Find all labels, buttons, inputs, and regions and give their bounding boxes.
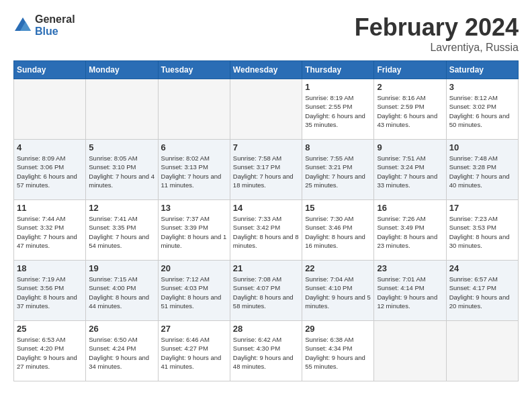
logo-blue-text: Blue bbox=[35, 26, 75, 38]
day-info-6: Sunrise: 8:02 AM Sunset: 3:13 PM Dayligh… bbox=[161, 154, 227, 189]
title-area: February 2024 Lavrentiya, Russia bbox=[355, 13, 519, 54]
day-info-10: Sunrise: 7:48 AM Sunset: 3:28 PM Dayligh… bbox=[449, 154, 515, 189]
header-monday: Monday bbox=[86, 61, 158, 79]
day-number-6: 6 bbox=[161, 142, 227, 152]
day-info-5: Sunrise: 8:05 AM Sunset: 3:10 PM Dayligh… bbox=[89, 154, 154, 189]
day-number-12: 12 bbox=[89, 203, 154, 213]
day-number-3: 3 bbox=[449, 82, 515, 92]
day-info-11: Sunrise: 7:44 AM Sunset: 3:32 PM Dayligh… bbox=[17, 214, 83, 250]
day-23: 23Sunrise: 7:01 AM Sunset: 4:14 PM Dayli… bbox=[374, 261, 446, 321]
day-28: 28Sunrise: 6:42 AM Sunset: 4:30 PM Dayli… bbox=[230, 321, 302, 381]
day-number-28: 28 bbox=[233, 324, 299, 334]
day-number-18: 18 bbox=[17, 263, 83, 273]
day-info-26: Sunrise: 6:50 AM Sunset: 4:24 PM Dayligh… bbox=[89, 335, 154, 371]
day-18: 18Sunrise: 7:19 AM Sunset: 3:56 PM Dayli… bbox=[14, 261, 86, 321]
day-info-18: Sunrise: 7:19 AM Sunset: 3:56 PM Dayligh… bbox=[17, 275, 83, 310]
day-number-26: 26 bbox=[89, 324, 154, 334]
logo-text: General Blue bbox=[35, 13, 75, 37]
day-info-27: Sunrise: 6:46 AM Sunset: 4:27 PM Dayligh… bbox=[161, 335, 227, 371]
empty-cell-w0-d3 bbox=[230, 79, 302, 140]
day-number-5: 5 bbox=[89, 142, 154, 152]
day-number-29: 29 bbox=[305, 324, 371, 334]
day-number-21: 21 bbox=[233, 263, 299, 273]
day-info-20: Sunrise: 7:12 AM Sunset: 4:03 PM Dayligh… bbox=[161, 275, 227, 310]
logo-icon bbox=[13, 16, 32, 35]
day-number-17: 17 bbox=[449, 203, 515, 213]
day-info-14: Sunrise: 7:33 AM Sunset: 3:42 PM Dayligh… bbox=[233, 214, 299, 250]
day-info-17: Sunrise: 7:23 AM Sunset: 3:53 PM Dayligh… bbox=[449, 214, 515, 250]
day-info-2: Sunrise: 8:16 AM Sunset: 2:59 PM Dayligh… bbox=[377, 93, 443, 129]
week-row-2: 4Sunrise: 8:09 AM Sunset: 3:06 PM Daylig… bbox=[14, 140, 519, 200]
day-info-4: Sunrise: 8:09 AM Sunset: 3:06 PM Dayligh… bbox=[17, 154, 83, 189]
day-24: 24Sunrise: 6:57 AM Sunset: 4:17 PM Dayli… bbox=[446, 261, 518, 321]
day-info-8: Sunrise: 7:55 AM Sunset: 3:21 PM Dayligh… bbox=[305, 154, 371, 189]
location-title: Lavrentiya, Russia bbox=[355, 42, 519, 54]
header-saturday: Saturday bbox=[446, 61, 518, 79]
day-number-9: 9 bbox=[377, 142, 443, 152]
day-number-27: 27 bbox=[161, 324, 227, 334]
day-number-8: 8 bbox=[305, 142, 371, 152]
day-info-25: Sunrise: 6:53 AM Sunset: 4:20 PM Dayligh… bbox=[17, 335, 83, 371]
day-number-23: 23 bbox=[377, 263, 443, 273]
day-number-10: 10 bbox=[449, 142, 515, 152]
day-15: 15Sunrise: 7:30 AM Sunset: 3:46 PM Dayli… bbox=[302, 200, 374, 261]
day-8: 8Sunrise: 7:55 AM Sunset: 3:21 PM Daylig… bbox=[302, 140, 374, 200]
week-row-4: 18Sunrise: 7:19 AM Sunset: 3:56 PM Dayli… bbox=[14, 261, 519, 321]
logo-general-text: General bbox=[35, 13, 75, 26]
day-10: 10Sunrise: 7:48 AM Sunset: 3:28 PM Dayli… bbox=[446, 140, 518, 200]
day-info-13: Sunrise: 7:37 AM Sunset: 3:39 PM Dayligh… bbox=[161, 214, 227, 250]
day-number-1: 1 bbox=[305, 82, 371, 92]
day-12: 12Sunrise: 7:41 AM Sunset: 3:35 PM Dayli… bbox=[86, 200, 158, 261]
day-info-28: Sunrise: 6:42 AM Sunset: 4:30 PM Dayligh… bbox=[233, 335, 299, 371]
day-22: 22Sunrise: 7:04 AM Sunset: 4:10 PM Dayli… bbox=[302, 261, 374, 321]
day-info-16: Sunrise: 7:26 AM Sunset: 3:49 PM Dayligh… bbox=[377, 214, 443, 250]
header-thursday: Thursday bbox=[302, 61, 374, 79]
header: General Blue February 2024 Lavrentiya, R… bbox=[13, 13, 519, 54]
day-25: 25Sunrise: 6:53 AM Sunset: 4:20 PM Dayli… bbox=[14, 321, 86, 381]
day-3: 3Sunrise: 8:12 AM Sunset: 3:02 PM Daylig… bbox=[446, 79, 518, 140]
day-info-23: Sunrise: 7:01 AM Sunset: 4:14 PM Dayligh… bbox=[377, 275, 443, 310]
day-info-12: Sunrise: 7:41 AM Sunset: 3:35 PM Dayligh… bbox=[89, 214, 154, 250]
day-17: 17Sunrise: 7:23 AM Sunset: 3:53 PM Dayli… bbox=[446, 200, 518, 261]
day-info-1: Sunrise: 8:19 AM Sunset: 2:55 PM Dayligh… bbox=[305, 93, 371, 129]
header-tuesday: Tuesday bbox=[158, 61, 230, 79]
day-info-3: Sunrise: 8:12 AM Sunset: 3:02 PM Dayligh… bbox=[449, 93, 515, 129]
logo: General Blue bbox=[13, 13, 75, 37]
calendar-header-row: SundayMondayTuesdayWednesdayThursdayFrid… bbox=[14, 61, 519, 79]
day-number-20: 20 bbox=[161, 263, 227, 273]
day-number-4: 4 bbox=[17, 142, 83, 152]
day-number-13: 13 bbox=[161, 203, 227, 213]
day-20: 20Sunrise: 7:12 AM Sunset: 4:03 PM Dayli… bbox=[158, 261, 230, 321]
day-info-22: Sunrise: 7:04 AM Sunset: 4:10 PM Dayligh… bbox=[305, 275, 371, 310]
day-number-19: 19 bbox=[89, 263, 154, 273]
day-info-19: Sunrise: 7:15 AM Sunset: 4:00 PM Dayligh… bbox=[89, 275, 154, 310]
day-number-7: 7 bbox=[233, 142, 299, 152]
day-number-15: 15 bbox=[305, 203, 371, 213]
day-29: 29Sunrise: 6:38 AM Sunset: 4:34 PM Dayli… bbox=[302, 321, 374, 381]
week-row-3: 11Sunrise: 7:44 AM Sunset: 3:32 PM Dayli… bbox=[14, 200, 519, 261]
day-9: 9Sunrise: 7:51 AM Sunset: 3:24 PM Daylig… bbox=[374, 140, 446, 200]
day-19: 19Sunrise: 7:15 AM Sunset: 4:00 PM Dayli… bbox=[86, 261, 158, 321]
day-info-7: Sunrise: 7:58 AM Sunset: 3:17 PM Dayligh… bbox=[233, 154, 299, 189]
empty-cell-w0-d1 bbox=[86, 79, 158, 140]
header-wednesday: Wednesday bbox=[230, 61, 302, 79]
day-number-24: 24 bbox=[449, 263, 515, 273]
day-info-15: Sunrise: 7:30 AM Sunset: 3:46 PM Dayligh… bbox=[305, 214, 371, 250]
day-26: 26Sunrise: 6:50 AM Sunset: 4:24 PM Dayli… bbox=[86, 321, 158, 381]
empty-cell-w4-d6 bbox=[446, 321, 518, 381]
day-info-9: Sunrise: 7:51 AM Sunset: 3:24 PM Dayligh… bbox=[377, 154, 443, 189]
day-11: 11Sunrise: 7:44 AM Sunset: 3:32 PM Dayli… bbox=[14, 200, 86, 261]
header-sunday: Sunday bbox=[14, 61, 86, 79]
day-number-22: 22 bbox=[305, 263, 371, 273]
empty-cell-w0-d0 bbox=[14, 79, 86, 140]
week-row-1: 1Sunrise: 8:19 AM Sunset: 2:55 PM Daylig… bbox=[14, 79, 519, 140]
day-number-16: 16 bbox=[377, 203, 443, 213]
day-27: 27Sunrise: 6:46 AM Sunset: 4:27 PM Dayli… bbox=[158, 321, 230, 381]
week-row-5: 25Sunrise: 6:53 AM Sunset: 4:20 PM Dayli… bbox=[14, 321, 519, 381]
day-5: 5Sunrise: 8:05 AM Sunset: 3:10 PM Daylig… bbox=[86, 140, 158, 200]
day-info-29: Sunrise: 6:38 AM Sunset: 4:34 PM Dayligh… bbox=[305, 335, 371, 371]
day-21: 21Sunrise: 7:08 AM Sunset: 4:07 PM Dayli… bbox=[230, 261, 302, 321]
day-16: 16Sunrise: 7:26 AM Sunset: 3:49 PM Dayli… bbox=[374, 200, 446, 261]
day-number-14: 14 bbox=[233, 203, 299, 213]
day-14: 14Sunrise: 7:33 AM Sunset: 3:42 PM Dayli… bbox=[230, 200, 302, 261]
